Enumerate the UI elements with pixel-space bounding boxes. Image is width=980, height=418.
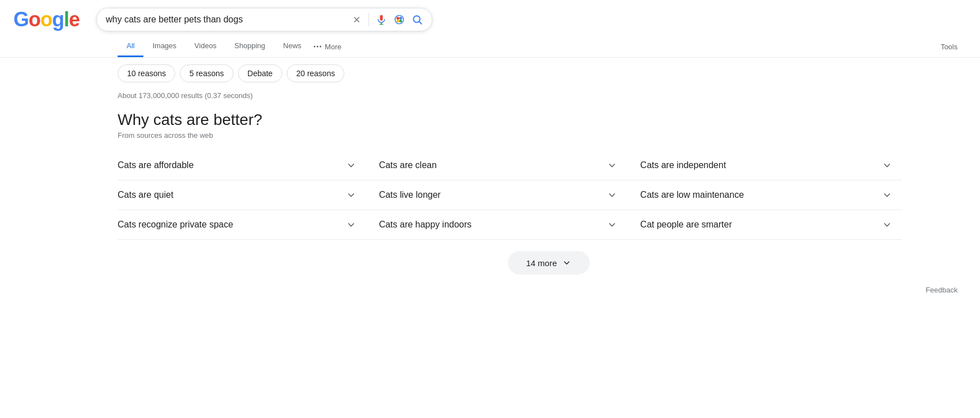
search-bar-icons xyxy=(352,13,423,26)
search-bar: why cats are better pets than dogs xyxy=(96,8,432,31)
feedback-row: Feedback xyxy=(118,286,980,300)
accordion-item-happy-indoors[interactable]: Cats are happy indoors xyxy=(379,210,641,240)
more-chevron-icon xyxy=(562,258,572,268)
more-button[interactable]: 14 more xyxy=(508,251,589,275)
chip-20-reasons[interactable]: 20 reasons xyxy=(287,64,344,82)
accordion-item-independent[interactable]: Cats are independent xyxy=(640,151,902,180)
chevron-down-icon xyxy=(881,189,893,201)
logo-g: G xyxy=(13,8,29,31)
accordion-col-1: Cats are affordable Cats are quiet Cats … xyxy=(118,151,379,240)
lens-icon xyxy=(394,14,405,25)
mic-icon xyxy=(376,14,387,25)
featured-subtitle: From sources across the web xyxy=(118,131,980,140)
chevron-down-icon xyxy=(346,189,357,201)
nav-more[interactable]: More xyxy=(310,36,344,57)
svg-line-11 xyxy=(419,22,422,25)
nav-item-videos[interactable]: Videos xyxy=(185,36,226,57)
nav-item-news[interactable]: News xyxy=(274,36,311,57)
more-btn-wrapper: 14 more xyxy=(118,251,980,275)
accordion-item-live-longer[interactable]: Cats live longer xyxy=(379,180,641,210)
chip-debate[interactable]: Debate xyxy=(238,64,282,82)
accordion-label: Cats live longer xyxy=(379,190,441,200)
svg-point-8 xyxy=(396,20,399,22)
chevron-down-icon xyxy=(606,160,618,171)
chip-5-reasons[interactable]: 5 reasons xyxy=(180,64,233,82)
chip-10-reasons[interactable]: 10 reasons xyxy=(118,64,175,82)
results-count: About 173,000,000 results (0.37 seconds) xyxy=(118,91,980,100)
svg-point-6 xyxy=(396,17,399,20)
accordion-label: Cats are independent xyxy=(640,160,726,170)
accordion-item-low-maintenance[interactable]: Cats are low maintenance xyxy=(640,180,902,210)
accordion-label: Cats are affordable xyxy=(118,160,194,170)
accordion-label: Cats are clean xyxy=(379,160,437,170)
chevron-down-icon xyxy=(346,160,357,171)
nav-item-all[interactable]: All xyxy=(118,36,143,57)
accordion-label: Cats are low maintenance xyxy=(640,190,744,200)
chevron-down-icon xyxy=(606,219,618,230)
svg-rect-2 xyxy=(380,15,383,21)
accordion-item-private-space[interactable]: Cats recognize private space xyxy=(118,210,379,240)
logo-g2: g xyxy=(52,8,64,31)
voice-search-button[interactable] xyxy=(376,14,387,25)
main-content: 10 reasons 5 reasons Debate 20 reasons A… xyxy=(0,58,980,300)
clear-button[interactable] xyxy=(352,15,362,25)
accordion-label: Cat people are smarter xyxy=(640,220,732,230)
nav-item-images[interactable]: Images xyxy=(143,36,185,57)
nav-right: Tools xyxy=(932,42,980,51)
more-dots-icon xyxy=(312,41,323,52)
chevron-down-icon xyxy=(881,219,893,230)
search-input[interactable]: why cats are better pets than dogs xyxy=(106,15,346,25)
svg-point-13 xyxy=(317,46,319,48)
accordion-item-affordable[interactable]: Cats are affordable xyxy=(118,151,379,180)
svg-point-12 xyxy=(314,46,315,48)
accordion-grid: Cats are affordable Cats are quiet Cats … xyxy=(118,151,902,240)
search-icon xyxy=(412,14,423,25)
nav-left: All Images Videos Shopping News More xyxy=(118,36,344,57)
feedback-link[interactable]: Feedback xyxy=(926,286,958,294)
nav-more-label: More xyxy=(325,43,342,51)
svg-point-7 xyxy=(399,17,402,20)
chevron-down-icon xyxy=(881,160,893,171)
featured-section: Why cats are better? From sources across… xyxy=(118,111,980,140)
search-button[interactable] xyxy=(412,14,423,25)
google-logo: Google xyxy=(13,8,80,31)
nav-tools[interactable]: Tools xyxy=(932,37,967,57)
accordion-label: Cats are happy indoors xyxy=(379,220,472,230)
chevron-down-icon xyxy=(346,219,357,230)
nav-bar: All Images Videos Shopping News More Too… xyxy=(0,31,980,58)
nav-item-shopping[interactable]: Shopping xyxy=(226,36,274,57)
header: Google why cats are better pets than dog… xyxy=(0,0,980,31)
svg-point-5 xyxy=(395,16,404,24)
lens-button[interactable] xyxy=(394,14,405,25)
close-icon xyxy=(352,15,362,25)
svg-point-10 xyxy=(413,16,420,22)
logo-l: l xyxy=(64,8,69,31)
accordion-item-clean[interactable]: Cats are clean xyxy=(379,151,641,180)
accordion-col-3: Cats are independent Cats are low mainte… xyxy=(640,151,902,240)
logo-o1: o xyxy=(29,8,40,31)
accordion-label: Cats recognize private space xyxy=(118,220,233,230)
divider xyxy=(368,13,369,26)
featured-title: Why cats are better? xyxy=(118,111,980,129)
more-button-label: 14 more xyxy=(526,258,557,268)
logo-e: e xyxy=(69,8,80,31)
svg-point-9 xyxy=(399,20,402,22)
filter-chips: 10 reasons 5 reasons Debate 20 reasons xyxy=(118,64,980,82)
accordion-item-quiet[interactable]: Cats are quiet xyxy=(118,180,379,210)
accordion-col-2: Cats are clean Cats live longer Cats are… xyxy=(379,151,641,240)
accordion-item-smarter[interactable]: Cat people are smarter xyxy=(640,210,902,240)
accordion-label: Cats are quiet xyxy=(118,190,174,200)
logo-o2: o xyxy=(40,8,52,31)
svg-point-14 xyxy=(320,46,321,48)
chevron-down-icon xyxy=(606,189,618,201)
